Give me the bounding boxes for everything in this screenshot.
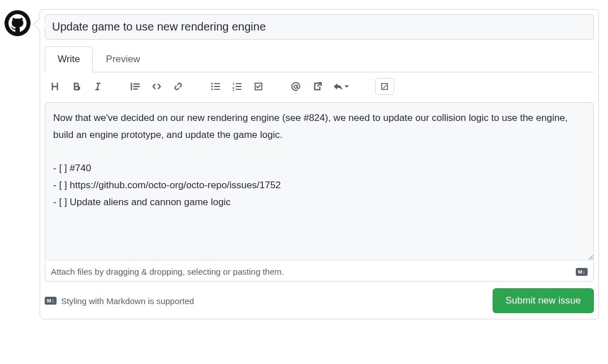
issue-form: Write Preview	[5, 9, 599, 319]
mention-icon	[291, 81, 301, 92]
heading-icon	[50, 81, 60, 92]
toolbar-area	[45, 72, 594, 102]
toolbar-group-block	[130, 81, 184, 92]
heading-button[interactable]	[49, 81, 61, 92]
italic-button[interactable]	[92, 81, 104, 92]
mention-button[interactable]	[290, 81, 301, 92]
fullscreen-button[interactable]	[375, 78, 394, 95]
ol-icon	[232, 81, 242, 92]
editor-toolbar	[45, 72, 594, 102]
saved-replies-button[interactable]	[333, 81, 349, 92]
svg-point-1	[211, 86, 213, 88]
link-button[interactable]	[173, 81, 184, 92]
tasklist-icon	[253, 81, 264, 92]
quote-icon	[130, 81, 140, 92]
toolbar-group-list	[210, 81, 264, 92]
author-avatar-wrap	[5, 10, 31, 36]
toolbar-group-text	[49, 81, 104, 92]
tasklist-button[interactable]	[253, 81, 264, 92]
crossref-icon	[312, 81, 322, 92]
ul-icon	[210, 81, 221, 92]
submit-new-issue-button[interactable]: Submit new issue	[493, 288, 594, 313]
caret-down-icon	[344, 84, 349, 89]
svg-point-0	[211, 83, 213, 84]
quote-button[interactable]	[130, 81, 141, 92]
toolbar-group-misc	[375, 78, 394, 95]
author-avatar[interactable]	[5, 10, 31, 36]
tab-preview[interactable]: Preview	[93, 46, 153, 72]
ul-button[interactable]	[210, 81, 221, 92]
tab-write[interactable]: Write	[45, 46, 93, 72]
code-icon	[152, 81, 162, 92]
reply-icon	[333, 81, 343, 92]
editor-tabs: Write Preview	[45, 46, 594, 72]
github-icon	[8, 14, 27, 32]
markdown-hint-text: Styling with Markdown is supported	[61, 296, 194, 306]
bold-icon	[71, 81, 81, 92]
fullscreen-icon	[380, 82, 389, 91]
link-icon	[173, 81, 183, 92]
form-footer: M↓ Styling with Markdown is supported Su…	[45, 288, 594, 313]
svg-point-2	[211, 89, 213, 90]
markdown-badge-icon: M↓	[576, 268, 588, 276]
markdown-hint[interactable]: M↓ Styling with Markdown is supported	[45, 296, 194, 306]
issue-title-input[interactable]	[45, 14, 594, 40]
markdown-badge-icon: M↓	[45, 297, 57, 305]
issue-body-textarea[interactable]	[45, 102, 594, 261]
attach-bar[interactable]: Attach files by dragging & dropping, sel…	[45, 262, 594, 281]
ol-button[interactable]	[231, 81, 243, 92]
code-button[interactable]	[151, 81, 162, 92]
crossref-button[interactable]	[312, 81, 323, 92]
italic-icon	[93, 81, 103, 92]
attach-hint: Attach files by dragging & dropping, sel…	[51, 267, 284, 276]
toolbar-group-refs	[290, 81, 349, 92]
bold-button[interactable]	[71, 81, 82, 92]
form-frame: Write Preview	[40, 9, 599, 319]
